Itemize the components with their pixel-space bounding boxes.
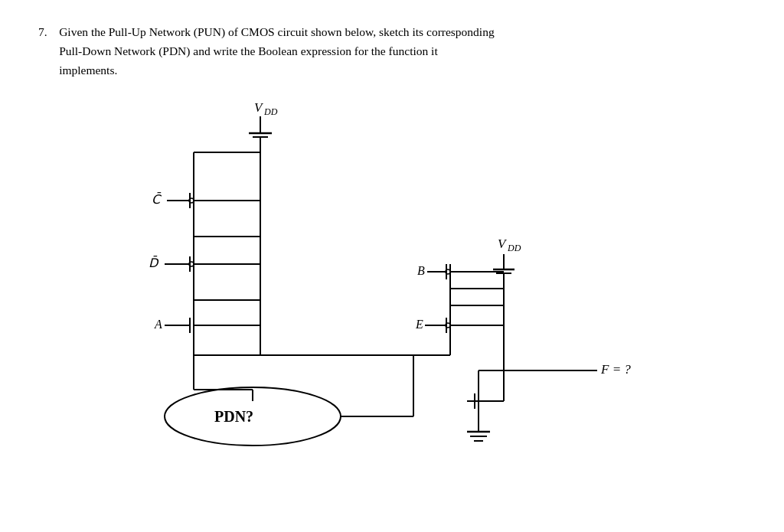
question-number: 7. xyxy=(38,25,56,38)
vdd-sub-left: DD xyxy=(263,106,278,117)
question-line1: Given the Pull-Up Network (PUN) of CMOS … xyxy=(59,25,495,38)
d-bar-label: D̄ xyxy=(149,256,159,269)
vdd-sub-right: DD xyxy=(507,243,521,253)
page: 7. Given the Pull-Up Network (PUN) of CM… xyxy=(0,0,784,532)
c-bar-label: C̄ xyxy=(152,192,162,206)
circuit-diagram: V DD C̄ xyxy=(38,95,746,462)
question-block: 7. Given the Pull-Up Network (PUN) of CM… xyxy=(38,23,746,80)
e-label: E xyxy=(415,318,423,331)
vdd-label-right: V xyxy=(498,237,508,251)
b-label: B xyxy=(417,264,425,277)
a-label: A xyxy=(154,318,162,331)
vdd-label-left: V xyxy=(254,100,264,115)
pdn-label: PDN? xyxy=(214,408,253,425)
circuit-svg: V DD C̄ xyxy=(38,95,784,462)
f-label: F = ? xyxy=(600,362,631,377)
question-line2: Pull-Down Network (PDN) and write the Bo… xyxy=(59,44,438,57)
question-line3: implements. xyxy=(59,64,117,77)
